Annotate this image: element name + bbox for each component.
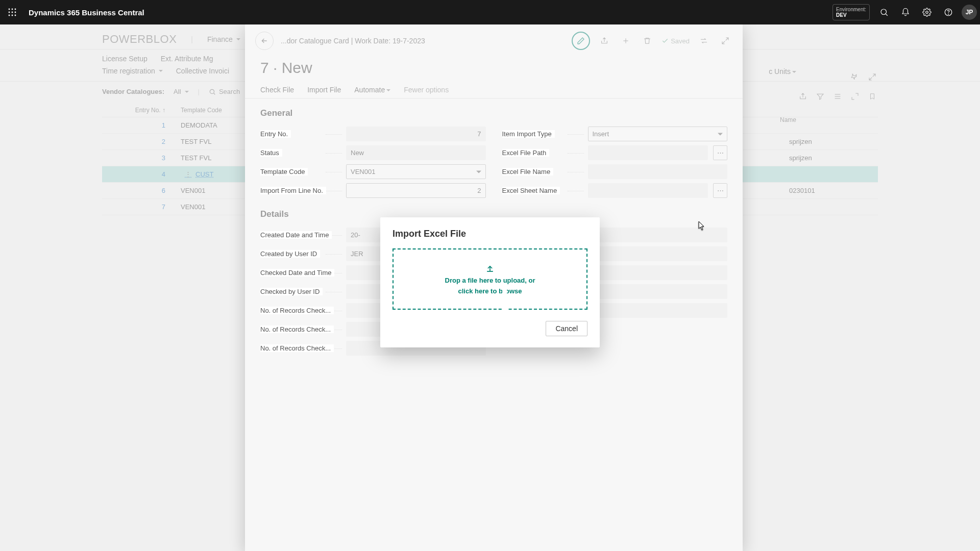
notifications-icon[interactable] xyxy=(895,2,916,22)
records-2-label: No. of Records Check... xyxy=(260,325,342,333)
search-icon[interactable] xyxy=(874,2,894,22)
topbar: Dynamics 365 Business Central Environmen… xyxy=(0,0,980,24)
records-3-label: No. of Records Check... xyxy=(260,344,342,352)
help-icon[interactable] xyxy=(938,2,959,22)
environment-name: DEV xyxy=(836,12,866,18)
file-dropzone[interactable]: Drop a file here to upload, or click her… xyxy=(393,248,587,310)
settings-gear-icon[interactable] xyxy=(917,2,937,22)
svg-point-11 xyxy=(926,11,928,14)
svg-point-9 xyxy=(881,9,887,15)
svg-point-6 xyxy=(9,15,10,16)
app-title: Dynamics 365 Business Central xyxy=(29,8,144,17)
dropzone-text-2: click here to browse xyxy=(458,287,522,295)
records-1-label: No. of Records Check... xyxy=(260,307,342,314)
created-dt-label: Created Date and Time xyxy=(260,231,342,239)
svg-point-4 xyxy=(12,12,13,13)
svg-line-10 xyxy=(886,14,887,15)
environment-label: Environment: xyxy=(836,7,866,12)
modal-title: Import Excel File xyxy=(393,229,587,239)
svg-point-8 xyxy=(15,15,16,16)
app-launcher[interactable] xyxy=(3,3,21,21)
svg-point-3 xyxy=(9,12,10,13)
environment-indicator[interactable]: Environment: DEV xyxy=(832,4,870,20)
svg-point-0 xyxy=(9,9,10,10)
svg-point-2 xyxy=(15,9,16,10)
user-avatar[interactable]: JP xyxy=(962,5,977,20)
svg-point-13 xyxy=(948,14,949,14)
svg-point-5 xyxy=(15,12,16,13)
import-excel-modal: Import Excel File Drop a file here to up… xyxy=(380,217,600,347)
cancel-button[interactable]: Cancel xyxy=(546,321,587,336)
svg-point-1 xyxy=(12,9,13,10)
dropzone-text-1: Drop a file here to upload, or xyxy=(445,277,535,284)
checked-dt-label: Checked Date and Time xyxy=(260,269,342,277)
svg-point-7 xyxy=(12,15,13,16)
